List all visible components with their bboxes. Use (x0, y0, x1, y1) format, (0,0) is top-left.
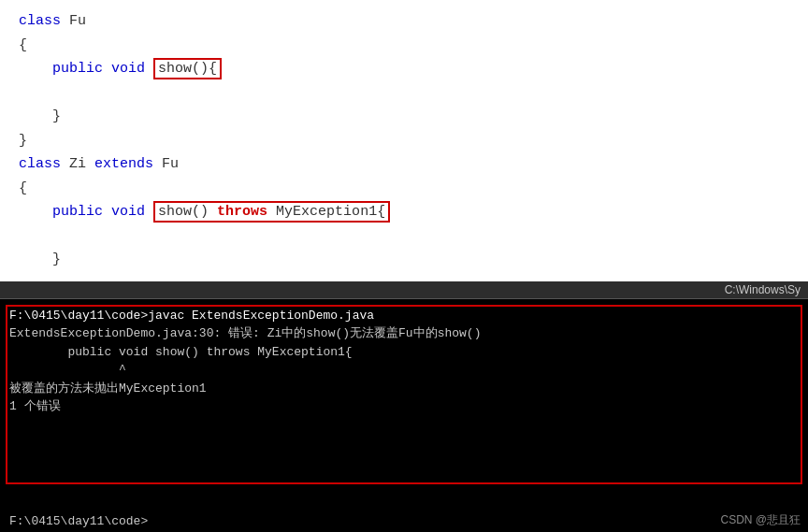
terminal-title-text: C:\Windows\Sy (725, 283, 801, 296)
throws-keyword: throws (217, 204, 267, 220)
terminal-line-error4: 被覆盖的方法未抛出MyException1 (9, 380, 799, 398)
keyword-extends: extends (94, 156, 153, 172)
terminal-wrapper: C:\Windows\Sy F:\0415\day11\code>javac E… (0, 281, 808, 533)
keyword-public: public (52, 61, 103, 77)
code-line-1: class Fu (19, 9, 789, 34)
terminal-titlebar: C:\Windows\Sy (0, 281, 808, 299)
classname-fu2: Fu (162, 156, 179, 172)
keyword-public2: public (52, 204, 103, 220)
highlight-show1: show(){ (153, 58, 222, 79)
keyword-class2: class (19, 156, 61, 172)
terminal-line-error3: ^ (9, 361, 799, 380)
code-line-11: } (19, 248, 789, 272)
keyword-class: class (19, 13, 61, 29)
keyword-void: void (111, 61, 145, 77)
terminal-line-error5: 1 个错误 (9, 397, 799, 416)
terminal-prompt-bottom: F:\0415\day11\code> (0, 512, 808, 532)
code-line-6: } (19, 129, 789, 153)
terminal-line-error1: ExtendsExceptionDemo.java:30: 错误: Zi中的sh… (9, 324, 799, 343)
code-line-9: public void show() throws MyException1{ (19, 200, 789, 224)
code-line-10 (19, 224, 789, 249)
terminal-body: F:\0415\day11\code>javac ExtendsExceptio… (0, 299, 808, 513)
code-line-2: { (19, 34, 789, 58)
code-line-3: public void show(){ (19, 57, 789, 81)
highlight-show2: show() throws MyException1{ (153, 201, 390, 223)
terminal-line-error2: public void show() throws MyException1{ (9, 343, 799, 362)
terminal-line-prompt1: F:\0415\day11\code>javac ExtendsExceptio… (9, 307, 799, 325)
watermark: CSDN @悲且狂 (720, 512, 801, 528)
classname-fu: Fu (69, 13, 86, 29)
code-line-5: } (19, 105, 789, 129)
keyword-void2: void (111, 204, 145, 220)
code-area: class Fu { public void show(){ } } class… (0, 0, 808, 281)
code-line-7: class Zi extends Fu (19, 152, 789, 177)
code-line-4 (19, 81, 789, 106)
classname-zi: Zi (69, 156, 86, 172)
code-line-8: { (19, 177, 789, 201)
